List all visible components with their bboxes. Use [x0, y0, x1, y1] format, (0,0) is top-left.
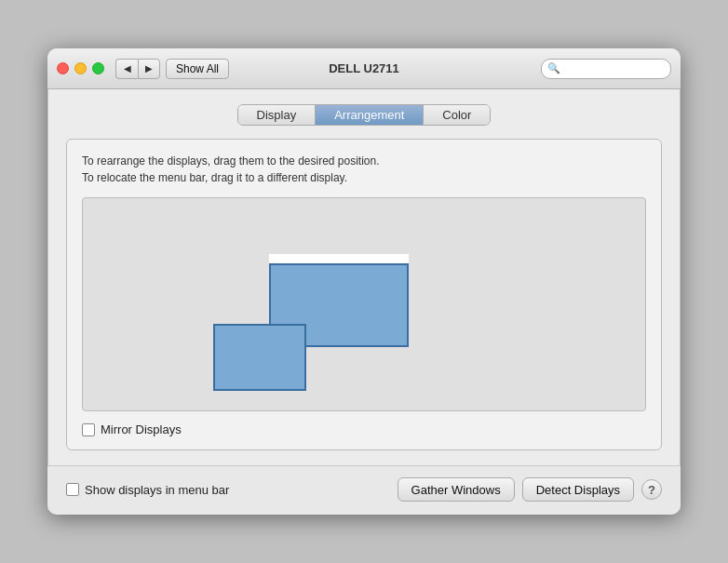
minimize-button[interactable] — [74, 62, 87, 74]
back-button[interactable]: ◀ — [115, 59, 138, 79]
content-area: Display Arrangement Color To rearrange t… — [47, 89, 681, 465]
gather-windows-button[interactable]: Gather Windows — [398, 477, 515, 502]
search-input[interactable] — [563, 62, 665, 75]
bottom-bar: Show displays in menu bar Gather Windows… — [47, 465, 681, 515]
bottom-buttons: Gather Windows Detect Displays ? — [398, 477, 662, 502]
tab-display[interactable]: Display — [238, 105, 317, 125]
search-box: 🔍 — [541, 59, 671, 79]
arrangement-panel: To rearrange the displays, drag them to … — [66, 139, 662, 450]
description-text: To rearrange the displays, drag them to … — [82, 153, 646, 186]
tab-arrangement[interactable]: Arrangement — [316, 105, 424, 125]
description-line1: To rearrange the displays, drag them to … — [82, 153, 646, 169]
show-in-menu-bar-checkbox[interactable] — [66, 483, 79, 496]
traffic-lights — [57, 62, 104, 74]
description-line2: To relocate the menu bar, drag it to a d… — [82, 169, 646, 186]
nav-buttons: ◀ ▶ — [115, 59, 160, 79]
main-window: ◀ ▶ Show All DELL U2711 🔍 Display Arrang… — [47, 48, 681, 515]
mirror-displays-label: Mirror Displays — [101, 422, 182, 436]
maximize-button[interactable] — [92, 62, 104, 74]
mirror-displays-checkbox[interactable] — [82, 423, 95, 436]
detect-displays-button[interactable]: Detect Displays — [522, 477, 634, 502]
tabs-row: Display Arrangement Color — [66, 104, 662, 126]
window-title: DELL U2711 — [329, 61, 399, 75]
close-button[interactable] — [57, 62, 69, 74]
show-in-menu-bar-label: Show displays in menu bar — [85, 483, 229, 497]
tab-group: Display Arrangement Color — [237, 104, 492, 126]
display-arrangement-area[interactable] — [82, 197, 646, 411]
show-in-menu-bar-row: Show displays in menu bar — [66, 483, 398, 497]
secondary-display[interactable] — [213, 324, 306, 391]
show-all-button[interactable]: Show All — [166, 59, 229, 79]
help-button[interactable]: ? — [641, 479, 662, 500]
forward-button[interactable]: ▶ — [138, 59, 160, 79]
title-bar: ◀ ▶ Show All DELL U2711 🔍 — [47, 48, 681, 89]
search-icon: 🔍 — [547, 62, 560, 74]
tab-color[interactable]: Color — [424, 105, 490, 125]
mirror-row: Mirror Displays — [82, 422, 646, 436]
